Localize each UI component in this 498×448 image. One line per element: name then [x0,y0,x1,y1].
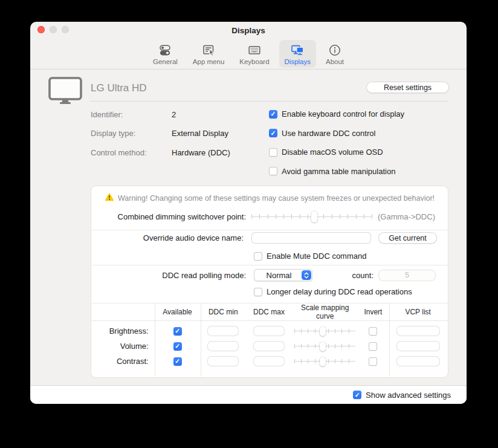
avoid-gamma-checkbox[interactable]: ✓ [269,167,277,175]
volume-available-checkbox[interactable]: ✓ [173,342,182,351]
identifier-label: Identifier: [91,110,123,119]
show-advanced-label: Show advanced settings [366,391,451,400]
table-row-volume: Volume: ✓ ✓ [91,339,448,354]
checkmark-icon: ✓ [271,130,276,137]
header-invert: Invert [358,308,389,316]
option-label: Enable keyboard control for display [282,109,404,118]
warning-row: Warning! Changing some of these settings… [91,193,448,204]
traffic-lights [37,26,69,33]
audio-override-row: Override audio device name: Get current [91,232,437,244]
audio-device-name-input[interactable] [251,232,371,244]
display-type-label: Display type: [91,129,135,138]
controls-table: Available DDC min DDC max Scale mapping … [91,303,448,377]
window-header: Displays General [30,22,467,70]
get-current-button[interactable]: Get current [378,232,437,244]
keyboard-icon [247,43,262,57]
mute-ddc-label: Enable Mute DDC command [267,252,366,261]
warning-text: Warning! Changing some of these settings… [118,194,435,203]
slider-handle[interactable] [311,211,318,222]
header-ddc-max: DDC max [246,308,292,316]
zoom-button[interactable] [62,26,69,33]
brightness-ddc-max-input[interactable] [253,326,285,336]
displays-icon [290,43,305,57]
slider-handle[interactable] [320,342,326,351]
longer-delay-checkbox[interactable]: ✓ [254,288,262,296]
option-hardware-ddc: ✓ Use hardware DDC control [269,129,375,138]
divider [91,265,448,265]
tab-general[interactable]: General [147,40,183,68]
monitor-icon [48,77,82,106]
tab-app-menu[interactable]: App menu [187,40,230,68]
contrast-vcp-list-input[interactable] [396,356,440,366]
dimming-row: Combined dimming switchover point: (Gamm… [91,210,435,222]
option-disable-osd: ✓ Disable macOS volume OSD [269,148,383,157]
tab-label: Displays [285,58,311,65]
volume-ddc-min-input[interactable] [207,341,239,351]
longer-delay-label: Longer delay during DDC read operations [267,287,412,296]
hardware-ddc-checkbox[interactable]: ✓ [269,129,277,137]
checkmark-icon: ✓ [175,358,180,365]
display-name: LG Ultra HD [91,82,147,94]
slider-handle[interactable] [320,326,326,336]
tab-displays[interactable]: Displays [279,40,316,68]
dimming-label: Combined dimming switchover point: [91,212,246,221]
keyboard-control-checkbox[interactable]: ✓ [269,110,277,118]
option-avoid-gamma: ✓ Avoid gamma table manipulation [269,167,395,176]
disable-osd-checkbox[interactable]: ✓ [269,148,277,157]
count-input[interactable]: 5 [378,270,436,281]
brightness-invert-checkbox[interactable]: ✓ [369,327,377,336]
polling-mode-label: DDC read polling mode: [91,271,246,280]
show-advanced-checkbox[interactable]: ✓ [353,391,361,399]
brightness-available-checkbox[interactable]: ✓ [173,327,182,336]
mute-ddc-row: ✓ Enable Mute DDC command [254,252,366,261]
volume-ddc-max-input[interactable] [253,341,285,351]
tab-label: About [326,58,344,65]
volume-scale-slider[interactable] [294,341,355,351]
option-label: Disable macOS volume OSD [282,148,383,157]
table-row-brightness: Brightness: ✓ ✓ [91,323,448,339]
info-icon [328,43,342,57]
window-title: Displays [30,22,467,39]
brightness-scale-slider[interactable] [294,326,355,336]
control-method-label: Control method: [91,148,147,157]
brightness-vcp-list-input[interactable] [396,326,440,336]
screen: Displays General [0,0,498,448]
popup-chevrons-icon [302,270,311,280]
tab-label: General [153,58,178,65]
contrast-ddc-min-input[interactable] [207,356,239,366]
close-button[interactable] [37,26,45,33]
checkmark-icon: ✓ [175,328,180,334]
volume-invert-checkbox[interactable]: ✓ [369,342,377,351]
tab-label: App menu [193,58,224,65]
slider-handle[interactable] [320,357,326,366]
dimming-slider[interactable] [251,210,372,222]
contrast-invert-checkbox[interactable]: ✓ [369,357,377,366]
reset-settings-button[interactable]: Reset settings [366,82,449,93]
divider [90,101,448,102]
volume-vcp-list-input[interactable] [396,341,440,351]
tab-keyboard[interactable]: Keyboard [234,40,274,68]
count-label: count: [321,271,373,280]
contrast-scale-slider[interactable] [294,356,355,366]
checkmark-icon: ✓ [175,343,180,349]
control-method-value: Hardware (DDC) [172,148,230,157]
option-label: Use hardware DDC control [282,129,375,138]
brightness-ddc-min-input[interactable] [207,326,239,336]
header-ddc-min: DDC min [200,308,246,316]
polling-row: DDC read polling mode: Normal count: 5 [91,269,448,281]
dimming-suffix: (Gamma->DDC) [378,212,435,221]
polling-mode-select[interactable]: Normal [254,269,312,281]
display-type-value: External Display [172,129,228,138]
tab-about[interactable]: About [320,40,349,68]
contrast-ddc-max-input[interactable] [253,356,285,366]
polling-mode-value: Normal [254,271,302,280]
divider [91,230,448,230]
header-vcp-list: VCP list [388,308,448,316]
audio-override-label: Override audio device name: [91,233,244,242]
minimize-button[interactable] [50,26,57,33]
contrast-available-checkbox[interactable]: ✓ [173,357,182,366]
longer-delay-row: ✓ Longer delay during DDC read operation… [254,287,412,296]
warning-icon [105,193,114,204]
mute-ddc-checkbox[interactable]: ✓ [254,252,262,261]
identifier-value: 2 [172,110,176,119]
